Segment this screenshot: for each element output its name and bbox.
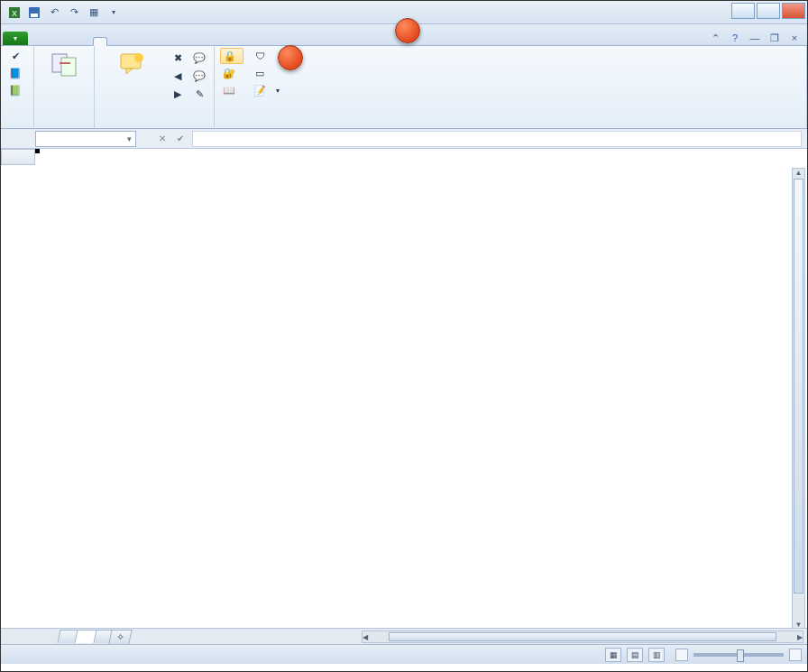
show-ink-button[interactable]: ✎ <box>190 86 208 102</box>
translate-icon <box>50 50 78 78</box>
svg-point-8 <box>134 53 143 62</box>
next-icon: ▶ <box>170 87 185 101</box>
tab-review[interactable] <box>93 37 107 46</box>
thesaurus-button[interactable]: 📗 <box>6 82 28 98</box>
formula-input[interactable] <box>192 131 802 147</box>
track-icon: 📝 <box>252 83 267 97</box>
select-all-corner[interactable] <box>1 149 35 165</box>
svg-marker-7 <box>126 69 133 74</box>
vscroll-thumb[interactable] <box>794 179 803 594</box>
tab-view[interactable] <box>107 38 120 45</box>
tab-formulas[interactable] <box>68 38 80 45</box>
group-changes-label <box>220 124 801 128</box>
spellcheck-icon: ✔ <box>8 49 23 63</box>
translate-button[interactable] <box>40 48 88 124</box>
tab-pagelayout[interactable] <box>55 38 68 45</box>
group-proofing: ✔ 📘 📗 <box>1 46 34 128</box>
prev-comment-button[interactable]: ◀ <box>169 68 187 84</box>
spelling-button[interactable]: ✔ <box>6 48 28 64</box>
delete-icon: ✖ <box>170 51 185 65</box>
zoom-in-button[interactable] <box>789 649 802 661</box>
thesaurus-icon: 📗 <box>8 83 23 97</box>
normal-view-button[interactable]: ▦ <box>605 648 621 662</box>
protect-sheet-button[interactable]: 🔒 <box>220 48 243 64</box>
svg-rect-3 <box>31 14 38 17</box>
quick-access-toolbar: X ↶ ↷ ▦ ▾ <box>1 5 122 21</box>
prev-icon: ◀ <box>170 69 185 83</box>
accept-icon[interactable]: ✔ <box>174 133 187 143</box>
save-icon[interactable] <box>26 5 42 21</box>
tab-home[interactable] <box>30 38 42 45</box>
tab-data[interactable] <box>80 38 93 45</box>
group-language-label <box>40 124 88 128</box>
callout-2 <box>278 45 303 70</box>
protect-share-button[interactable]: 🛡 <box>251 48 281 64</box>
doc-restore-icon[interactable]: ❐ <box>767 31 782 45</box>
name-box[interactable]: ▾ <box>35 131 136 147</box>
new-comment-button[interactable] <box>100 48 165 124</box>
tab-insert[interactable] <box>42 38 55 45</box>
help-icon[interactable]: ? <box>728 31 742 45</box>
callout-1 <box>395 18 420 43</box>
page-break-button[interactable]: ▥ <box>648 648 665 662</box>
protect-book-button[interactable]: 🔐 <box>220 65 243 81</box>
worksheet-grid <box>1 149 807 628</box>
tab-addins[interactable] <box>133 38 145 45</box>
namebox-dropdown-icon[interactable]: ▾ <box>127 134 132 143</box>
group-comments-label <box>100 124 208 128</box>
zoom-out-button[interactable] <box>675 649 688 661</box>
comment-icon <box>118 50 147 78</box>
close-button[interactable] <box>782 3 805 19</box>
page-layout-button[interactable]: ▤ <box>627 648 643 662</box>
hscroll-thumb[interactable] <box>389 632 776 641</box>
file-tab[interactable] <box>3 32 28 45</box>
group-comments: ✖ ◀ ▶ 💬 💬 ✎ <box>95 46 215 128</box>
tab-abbyy[interactable] <box>158 38 170 45</box>
minimize-button[interactable] <box>731 3 755 19</box>
cancel-icon[interactable]: ✕ <box>156 133 169 143</box>
share-book-button[interactable]: 📖 <box>220 82 243 98</box>
new-sheet-button[interactable]: ✧ <box>108 630 132 644</box>
balloons-icon: 💬 <box>192 69 207 83</box>
group-proofing-label <box>6 124 28 128</box>
lock-book-icon: 🔐 <box>222 66 236 80</box>
new-sheet-icon: ✧ <box>116 631 124 643</box>
show-comment-button[interactable]: 💬 <box>190 50 208 66</box>
doc-min-icon[interactable]: — <box>748 31 762 45</box>
reference-button[interactable]: 📘 <box>6 65 28 81</box>
protect-share-icon: 🛡 <box>252 49 267 63</box>
doc-close-icon[interactable]: × <box>787 31 802 45</box>
qat-dropdown-icon[interactable]: ▾ <box>106 5 122 21</box>
sheet-tab-bar: ✧ ◀▶ <box>1 628 807 644</box>
track-changes-button[interactable]: 📝▾ <box>251 82 281 98</box>
share-icon: 📖 <box>222 83 236 97</box>
horizontal-scrollbar[interactable]: ◀▶ <box>362 631 803 643</box>
ink-icon: ✎ <box>192 87 207 101</box>
ranges-icon: ▭ <box>252 66 267 80</box>
book-icon: 📘 <box>8 66 23 80</box>
ribbon-body: ✔ 📘 📗 ✖ ◀ ▶ 💬 <box>1 46 807 129</box>
group-language <box>34 46 95 128</box>
show-all-button[interactable]: 💬 <box>190 68 208 84</box>
maximize-button[interactable] <box>757 3 780 19</box>
zoom-slider[interactable] <box>693 653 784 657</box>
allow-ranges-button[interactable]: ▭ <box>251 65 281 81</box>
group-changes: 🔒 🔐 📖 🛡 ▭ 📝▾ <box>215 46 807 128</box>
svg-rect-5 <box>61 58 76 76</box>
svg-text:X: X <box>12 9 17 18</box>
tab-developer[interactable] <box>120 38 133 45</box>
lock-sheet-icon: 🔒 <box>223 49 237 63</box>
ribbon-minimize-icon[interactable]: ⌃ <box>708 31 722 45</box>
print-icon[interactable]: ▦ <box>86 5 102 21</box>
ribbon-right-controls: ⌃ ? — ❐ × <box>708 31 807 45</box>
undo-icon[interactable]: ↶ <box>46 5 62 21</box>
excel-icon[interactable]: X <box>6 5 23 21</box>
window-controls-outer <box>731 3 805 19</box>
tab-foxit[interactable] <box>145 38 158 45</box>
delete-comment-button[interactable]: ✖ <box>169 50 187 66</box>
status-bar: ▦ ▤ ▥ <box>1 644 807 664</box>
next-comment-button[interactable]: ▶ <box>169 86 187 102</box>
vertical-scrollbar[interactable]: ▲▼ <box>792 168 805 630</box>
sheet-tab-2[interactable] <box>74 630 96 643</box>
redo-icon[interactable]: ↷ <box>66 5 82 21</box>
